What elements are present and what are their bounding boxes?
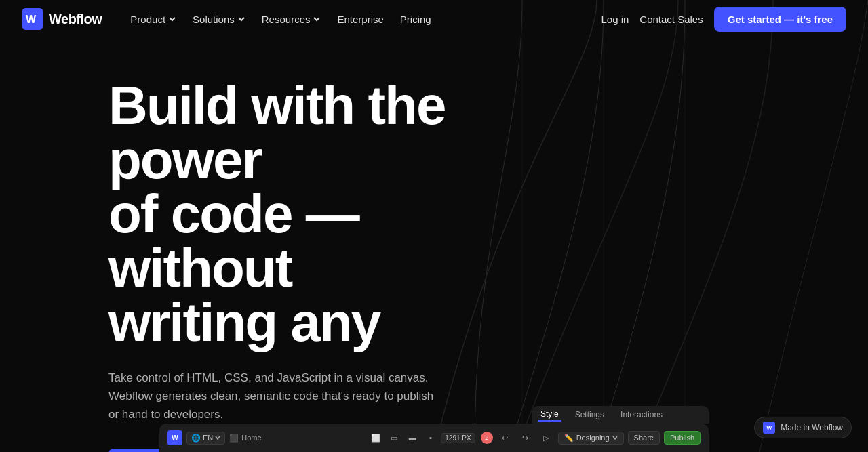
editor-toolbar-right: 2 ↩ ↪ ▷ ✏️ Designing Share Publish [481, 430, 701, 446]
editor-breadcrumb: ⬛ Home [229, 434, 261, 443]
nav-login[interactable]: Log in [601, 14, 629, 25]
preview-icon[interactable]: ▷ [538, 430, 554, 446]
editor-viewport-controls: ⬜ ▭ ▬ ▪ 1291 PX [368, 430, 475, 446]
undo-icon[interactable]: ↩ [497, 430, 513, 446]
panel-tab-style[interactable]: Style [538, 408, 561, 422]
editor-toolbar-left: W 🌐 EN ⬛ Home ⬜ ▭ ▬ ▪ 1291 PX [167, 430, 475, 446]
navbar: W Webflow Product Solutions Resources En… [0, 0, 868, 38]
logo-text: Webflow [49, 12, 102, 27]
nav-links: Product Solutions Resources Enterprise P… [123, 9, 437, 29]
viewport-full[interactable]: ⬜ [368, 430, 384, 446]
editor-panels-tabs: Style Settings Interactions [532, 406, 709, 424]
nav-solutions[interactable]: Solutions [186, 9, 252, 29]
svg-text:W: W [26, 14, 37, 25]
redo-icon[interactable]: ↪ [517, 430, 534, 446]
editor-lang-select[interactable]: 🌐 EN [186, 432, 225, 445]
viewport-desktop[interactable]: ▭ [386, 430, 402, 446]
editor-wf-icon: W [167, 430, 182, 445]
get-started-button[interactable]: Get started — it's free [714, 7, 846, 32]
pencil-icon: ✏️ [564, 434, 574, 443]
panel-tab-interactions[interactable]: Interactions [618, 409, 665, 421]
panel-tab-settings[interactable]: Settings [572, 409, 607, 421]
nav-pricing[interactable]: Pricing [393, 9, 438, 29]
made-in-webflow-badge[interactable]: W Made in Webflow [754, 417, 852, 438]
nav-contact-sales[interactable]: Contact Sales [639, 14, 703, 25]
home-icon: ⬛ [229, 434, 239, 443]
collaborator-count: 2 [481, 432, 493, 444]
nav-product[interactable]: Product [123, 9, 183, 29]
viewport-tablet[interactable]: ▬ [404, 430, 420, 446]
made-wf-logo: W [763, 422, 775, 434]
publish-button[interactable]: Publish [664, 431, 701, 445]
hero-subtext: Take control of HTML, CSS, and JavaScrip… [108, 369, 441, 424]
globe-icon: 🌐 [191, 434, 201, 443]
width-indicator: 1291 PX [441, 433, 475, 443]
editor-toolbar: W 🌐 EN ⬛ Home ⬜ ▭ ▬ ▪ 1291 PX 2 ↩ ↪ ▷ ✏️… [159, 424, 709, 452]
nav-left: W Webflow Product Solutions Resources En… [22, 8, 438, 30]
hero-section: Build with the power of code — without w… [0, 38, 868, 452]
editor-mode-select[interactable]: ✏️ Designing [558, 432, 624, 445]
nav-resources[interactable]: Resources [255, 9, 328, 29]
logo[interactable]: W Webflow [22, 8, 102, 30]
nav-enterprise[interactable]: Enterprise [330, 9, 390, 29]
nav-right: Log in Contact Sales Get started — it's … [601, 7, 846, 32]
share-button[interactable]: Share [628, 431, 660, 445]
hero-heading: Build with the power of code — without w… [108, 79, 515, 350]
made-in-webflow-text: Made in Webflow [781, 423, 843, 432]
viewport-mobile[interactable]: ▪ [422, 430, 439, 446]
